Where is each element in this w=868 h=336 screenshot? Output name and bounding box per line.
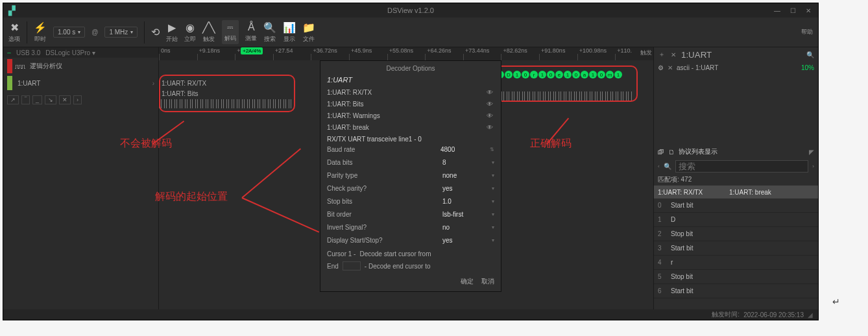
- cancel-button[interactable]: 取消: [481, 277, 494, 286]
- decoder-row-bits[interactable]: 1:UART: Bits👁: [327, 98, 494, 110]
- list-search-row: ‹ 🔍 ›: [654, 159, 818, 174]
- title-bar: ▞ DSView v1.2.0 — ☐ ✕: [3, 3, 818, 18]
- sample-rate-select[interactable]: 1 MHz▾: [104, 27, 138, 38]
- chevron-down-icon[interactable]: ▾: [492, 224, 494, 230]
- wave-area[interactable]: 1:UART: RX/TX 1:UART: Bits 0D10r10e10a10…: [159, 60, 653, 309]
- close-icon[interactable]: ✕: [668, 64, 673, 71]
- measure-button[interactable]: Å测量: [245, 21, 257, 43]
- trig-low-button[interactable]: _: [32, 95, 42, 104]
- chevron-down-icon[interactable]: ▾: [492, 211, 494, 217]
- decoder-signal-line[interactable]: RX/TX UART transceive line1 - 0: [327, 136, 494, 143]
- param-invert[interactable]: Invert Signal?no▾: [327, 221, 494, 234]
- trig-high-button[interactable]: ‾: [21, 95, 30, 104]
- param-parity[interactable]: Parity typenone▾: [327, 169, 494, 182]
- chevron-down-icon[interactable]: ▾: [492, 186, 494, 191]
- search-icon[interactable]: 🔍: [806, 51, 814, 58]
- send-icon[interactable]: ◤: [809, 149, 814, 156]
- trig-rise-button[interactable]: ↗: [7, 95, 19, 104]
- decoder-row-rxtx[interactable]: 1:UART: RX/TX👁: [327, 86, 494, 98]
- table-row[interactable]: 4r: [654, 256, 818, 270]
- measure-icon: Å: [248, 21, 255, 33]
- export-icon[interactable]: 🗋: [668, 149, 675, 156]
- decoder-title: 1:UART: [327, 76, 494, 84]
- stepper-icon[interactable]: ⇅: [490, 147, 494, 152]
- window-controls: — ☐ ✕: [770, 5, 815, 16]
- table-header[interactable]: 1:UART: RX/TX 1:UART: break: [654, 186, 818, 198]
- table-row[interactable]: 6Start bit: [654, 284, 818, 298]
- gear-icon[interactable]: ⚙: [658, 64, 664, 71]
- trig-fall-button[interactable]: ↘: [45, 95, 56, 104]
- table-row[interactable]: 2Stop bit: [654, 227, 818, 241]
- maximize-button[interactable]: ☐: [786, 5, 800, 16]
- decoder-options-panel: Decoder Options 1:UART 1:UART: RX/TX👁 1:…: [320, 60, 501, 292]
- param-stop-bits[interactable]: Stop bits1.0▾: [327, 195, 494, 208]
- search-icon: 🔍: [263, 21, 276, 34]
- trig-menu-button[interactable]: ›: [73, 95, 82, 104]
- protocol-ascii-row[interactable]: ⚙ ✕ ascii - 1:UART 10%: [654, 62, 818, 73]
- decoder-channel-1[interactable]: 1:UART ›: [3, 75, 158, 91]
- chevron-left-icon[interactable]: ‹: [658, 163, 660, 169]
- help-button[interactable]: 帮助: [801, 28, 813, 36]
- end-cursor-slot[interactable]: [343, 261, 361, 270]
- decoder-row-break[interactable]: 1:UART: break👁: [327, 121, 494, 133]
- decode-button[interactable]: ⎓解码: [222, 20, 239, 44]
- table-row[interactable]: 0Start bit: [654, 198, 818, 213]
- trig-close-button[interactable]: ✕: [59, 95, 71, 104]
- chevron-right-icon[interactable]: ›: [812, 163, 814, 169]
- wave-icon: ⎍⎍⎍: [15, 63, 25, 70]
- mode-button[interactable]: ⚡ 即时: [34, 21, 47, 43]
- start-button[interactable]: ▶开始: [166, 21, 178, 43]
- eye-icon[interactable]: 👁: [485, 89, 494, 96]
- chevron-down-icon[interactable]: ▾: [492, 160, 494, 165]
- decoder-row-warnings[interactable]: 1:UART: Warnings👁: [327, 110, 494, 121]
- waveform-right: [496, 91, 633, 101]
- chevron-right-icon: ›: [152, 80, 154, 87]
- search-icon[interactable]: 🔍: [664, 163, 671, 170]
- param-bit-order[interactable]: Bit orderlsb-first▾: [327, 208, 494, 221]
- chevron-down-icon[interactable]: ▾: [492, 198, 494, 204]
- instant-button[interactable]: ◉立即: [184, 21, 196, 43]
- close-icon[interactable]: ✕: [669, 51, 677, 58]
- time-ruler[interactable]: 0ns +9.18ns +18.36ns +27.54 +36.72ns +45…: [159, 47, 653, 60]
- param-baud[interactable]: Baud rate4800⇅: [327, 143, 494, 156]
- col-header-1[interactable]: 1:UART: RX/TX: [658, 189, 729, 196]
- chevron-down-icon[interactable]: ▾: [492, 173, 494, 178]
- options-button[interactable]: ✖ 选项: [8, 21, 20, 43]
- table-row[interactable]: 3Start bit: [654, 241, 818, 256]
- sample-duration-select[interactable]: 1.00 s▾: [53, 27, 85, 38]
- eye-icon[interactable]: 👁: [485, 124, 494, 131]
- channel-0[interactable]: ⎍⎍⎍ 逻辑分析仪: [3, 58, 158, 75]
- cursor-marker[interactable]: +2A/4%: [241, 47, 263, 54]
- param-display-startstop[interactable]: Display Start/Stop?yes▾: [327, 234, 494, 246]
- repeat-icon: ⟲: [151, 26, 160, 38]
- param-databits[interactable]: Data bits8▾: [327, 156, 494, 169]
- device-select[interactable]: DSLogic U3Pro ▾: [45, 49, 154, 56]
- eye-icon[interactable]: 👁: [485, 112, 494, 119]
- list-search-input[interactable]: [675, 160, 809, 173]
- protocol-search-input[interactable]: [681, 50, 802, 60]
- decode-range-from[interactable]: Cursor 1 - Decode start cursor from: [327, 250, 494, 258]
- search-button[interactable]: 🔍搜索: [263, 21, 276, 43]
- col-header-2[interactable]: 1:UART: break: [729, 189, 814, 196]
- decode-range-to[interactable]: End - Decode end cursor to: [327, 261, 494, 270]
- resize-grip-icon[interactable]: ◢: [808, 311, 813, 318]
- ok-button[interactable]: 确定: [461, 277, 474, 286]
- param-check-parity[interactable]: Check parity?yes▾: [327, 182, 494, 195]
- table-row[interactable]: 1D: [654, 213, 818, 227]
- protocol-add-row: ＋ ✕ 🔍: [654, 47, 818, 62]
- minimize-button[interactable]: —: [770, 5, 784, 16]
- repeat-button[interactable]: ⟲: [151, 26, 160, 38]
- folder-icon: 📁: [302, 21, 315, 34]
- add-icon[interactable]: ＋: [658, 50, 666, 59]
- display-button[interactable]: 📊显示: [283, 21, 296, 43]
- close-button[interactable]: ✕: [801, 5, 815, 16]
- decode-row-bits: 1:UART: Bits: [162, 90, 199, 97]
- trigger-button[interactable]: ╱╲触发: [202, 21, 215, 43]
- chevron-down-icon[interactable]: ▾: [492, 237, 494, 243]
- protocol-panel: ＋ ✕ 🔍 ⚙ ✕ ascii - 1:UART 10% 🗊 🗋 协议列表显示 …: [653, 47, 818, 309]
- trigger-time: 2022-06-09 20:35:13: [743, 311, 804, 318]
- table-row[interactable]: 5Stop bit: [654, 270, 818, 284]
- save-icon[interactable]: 🗊: [658, 149, 664, 156]
- eye-icon[interactable]: 👁: [485, 101, 494, 108]
- file-button[interactable]: 📁文件: [302, 21, 315, 43]
